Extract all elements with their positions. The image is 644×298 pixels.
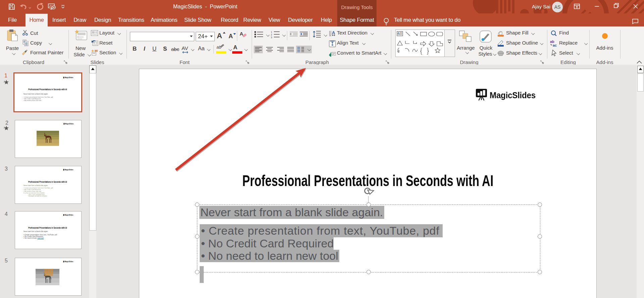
svg-text:A: A [229, 33, 233, 40]
svg-text:A: A [332, 30, 335, 35]
svg-text:1: 1 [271, 31, 272, 33]
svg-text:A: A [217, 32, 222, 40]
svg-text:ac: ac [553, 43, 557, 47]
svg-text:2: 2 [271, 34, 272, 36]
svg-text:A: A [397, 32, 400, 35]
svg-text:3: 3 [271, 36, 272, 38]
